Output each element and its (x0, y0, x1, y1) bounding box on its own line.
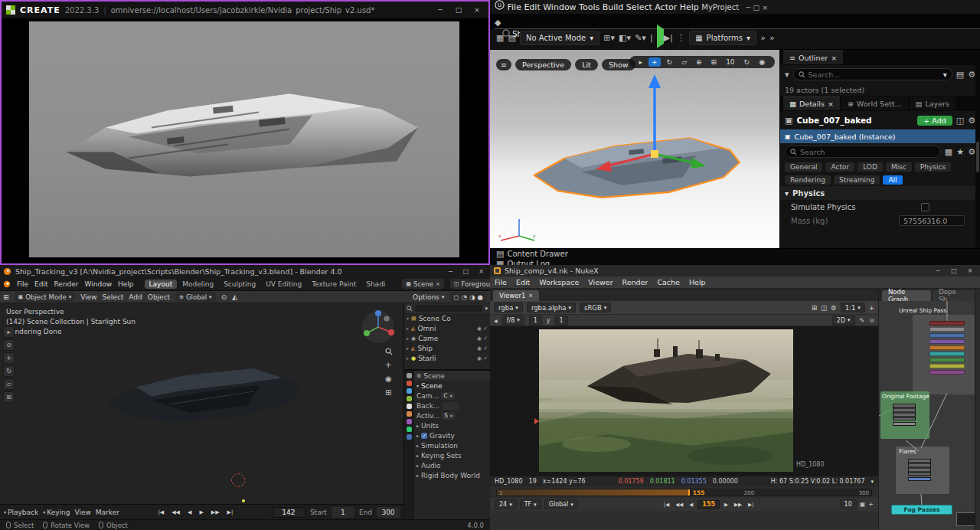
menu-select[interactable]: Select (626, 2, 652, 12)
platforms-dropdown[interactable]: Platforms (689, 31, 756, 45)
layer-node-magenta[interactable] (929, 370, 965, 375)
zoom-dropdown[interactable]: 1:1 (841, 303, 865, 312)
maximize-button[interactable] (948, 267, 960, 274)
quick-add-chevron-icon[interactable] (610, 33, 615, 43)
node-graph-tab[interactable]: Node Graph (882, 290, 931, 301)
fstop-dropdown[interactable]: f/8 (502, 316, 524, 326)
select-tool-icon[interactable] (636, 57, 646, 67)
menu-edit[interactable]: Edit (34, 280, 47, 288)
bookmark-icon[interactable] (495, 18, 501, 28)
render-toggle-icon[interactable] (477, 355, 482, 362)
menu-edit[interactable]: Edit (516, 278, 530, 286)
units-section[interactable]: Units (414, 420, 490, 430)
blueprints-icon[interactable] (619, 33, 626, 43)
filter-lod[interactable]: LOD (858, 162, 883, 172)
close-button[interactable] (763, 4, 769, 11)
snap-icon[interactable] (221, 293, 227, 301)
simulation-section[interactable]: Simulation (414, 440, 490, 450)
light-object[interactable] (242, 499, 245, 502)
lit-button[interactable]: Lit (575, 59, 598, 70)
layer-node-red[interactable] (929, 321, 965, 326)
filter-rendering[interactable]: Rendering (785, 175, 831, 185)
filter-icon[interactable] (485, 306, 488, 312)
clear-icon[interactable] (449, 393, 452, 398)
content-drawer-button[interactable]: Content Drawer (496, 249, 974, 259)
go-to-start-button[interactable] (662, 502, 671, 508)
filter-physics[interactable]: Physics (915, 162, 951, 172)
scrollbar-thumb[interactable] (976, 142, 979, 172)
render-toggle-icon[interactable] (477, 345, 482, 352)
output-tab-icon[interactable] (407, 388, 412, 394)
menu-help[interactable]: Help (680, 2, 699, 12)
rotate-tool-icon[interactable] (3, 365, 15, 377)
minimize-button[interactable] (433, 6, 447, 14)
world-settings-tab[interactable]: World Sett... (841, 97, 908, 110)
outliner-tab[interactable]: Outliner (783, 51, 843, 64)
workspace-layout[interactable]: Layout (145, 280, 178, 289)
outliner-row-starlight[interactable]: Starli (404, 353, 490, 363)
expand-icons[interactable] (956, 116, 964, 126)
range-mode-dropdown[interactable]: Global (544, 499, 578, 509)
menu-select[interactable]: Select (103, 293, 124, 301)
checkbox-icon[interactable] (483, 335, 488, 342)
visibility-toggles[interactable] (477, 345, 488, 352)
favorites-icon[interactable] (956, 147, 964, 157)
viewer-tab[interactable]: Viewer1 (493, 290, 539, 301)
omniverse-viewport[interactable] (29, 21, 459, 257)
transform-orientation-dropdown[interactable]: Global (175, 292, 216, 302)
select-tool-icon[interactable] (3, 326, 15, 338)
workspace-modeling[interactable]: Modeling (178, 280, 218, 289)
viewer-settings-icon[interactable] (831, 304, 837, 312)
layer-node-yellow[interactable] (929, 364, 965, 368)
menu-viewer[interactable]: Viewer (588, 278, 612, 286)
checkbox-icon[interactable] (483, 345, 488, 352)
world-tab-icon[interactable] (407, 411, 412, 417)
proportional-edit-icon[interactable] (232, 293, 237, 301)
play-options-icon[interactable] (677, 33, 685, 43)
compare-icon[interactable] (821, 304, 827, 312)
expand-icon[interactable] (407, 326, 409, 331)
solid-shading-icon[interactable] (462, 293, 467, 301)
read-node-flares[interactable] (908, 459, 931, 476)
close-button[interactable] (964, 267, 976, 274)
active-field-value[interactable]: S (442, 412, 456, 420)
move-tool-icon[interactable] (3, 352, 15, 364)
render-toggle-icon[interactable] (477, 335, 482, 342)
start-frame-field[interactable]: 1 (332, 507, 354, 518)
visibility-toggles[interactable] (477, 355, 488, 362)
view-layer-selector[interactable]: Foreground (450, 279, 490, 289)
channels-dropdown[interactable]: rgba (494, 303, 523, 312)
gravity-checkbox[interactable] (421, 433, 427, 439)
expand-icon[interactable] (407, 335, 409, 341)
mass-value-field[interactable]: 57556316.0 (899, 215, 965, 226)
outliner-search-field[interactable] (415, 305, 482, 312)
menu-build[interactable]: Build (603, 2, 624, 12)
end-frame-field[interactable]: 300 (377, 507, 400, 518)
render-tab-icon[interactable] (407, 381, 412, 386)
menu-view[interactable]: View (80, 293, 96, 301)
details-tab[interactable]: Details (783, 97, 840, 110)
gravity-section[interactable]: Gravity (414, 430, 490, 440)
menu-cache[interactable]: Cache (657, 278, 680, 286)
details-search-input[interactable] (800, 148, 936, 156)
layer-node-teal[interactable] (929, 352, 965, 356)
output-log-button[interactable]: Output Log (496, 259, 974, 265)
tool-tab-icon[interactable] (407, 373, 412, 378)
transform-tool-icon[interactable] (3, 391, 15, 403)
pan-icon[interactable] (385, 361, 393, 369)
cinematics-icon[interactable] (635, 33, 642, 43)
colorspace-dropdown[interactable]: sRGB (580, 303, 611, 312)
clear-icon[interactable] (449, 413, 453, 418)
wipe-icon[interactable] (812, 304, 817, 312)
render-toggle-icon[interactable] (477, 326, 482, 332)
zoom-icon[interactable] (385, 348, 393, 355)
settings-icon[interactable] (968, 147, 975, 157)
toolbar-overflow2-icon[interactable] (769, 33, 775, 43)
layer-node-purple[interactable] (929, 339, 965, 344)
options-dropdown[interactable]: Options (413, 293, 444, 301)
mode-dropdown[interactable]: Object Mode (15, 292, 76, 302)
expand-icon[interactable] (407, 345, 409, 351)
view-layer-tab-icon[interactable] (407, 396, 412, 401)
close-button[interactable] (475, 268, 487, 275)
filter-streaming[interactable]: Streaming (834, 175, 880, 185)
